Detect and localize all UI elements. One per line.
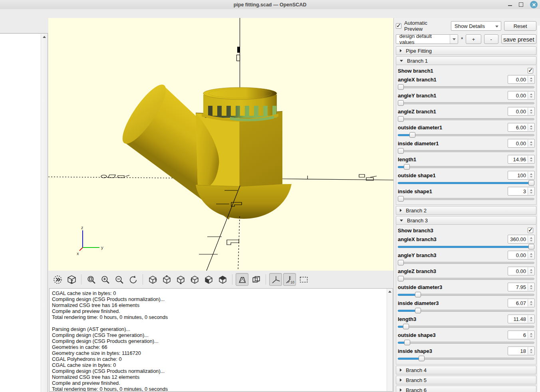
slider-inside-shape1[interactable] [398,196,534,202]
spinbox-arrows[interactable] [528,124,534,131]
spinbox-angley-branch1[interactable]: 0.00 [508,91,535,100]
view-all-icon[interactable] [297,273,310,286]
spinbox-anglez-branch3[interactable]: 0.00 [508,267,535,275]
slider-outside-diameter1[interactable] [398,132,534,138]
details-dropdown[interactable]: Show Details [451,21,501,31]
maximize-icon[interactable] [519,2,523,7]
slider-handle[interactable] [398,276,404,281]
view-top-icon[interactable] [160,273,173,286]
slider-handle[interactable] [403,324,409,329]
spinbox-arrows[interactable] [528,188,534,195]
slider-anglex-branch1[interactable] [398,84,534,90]
spin-up-icon[interactable] [530,109,532,111]
slider-handle[interactable] [398,100,404,106]
spinbox-arrows[interactable] [528,331,534,339]
automatic-preview-checkbox[interactable] [396,23,401,29]
spin-up-icon[interactable] [530,77,532,79]
spinbox-anglex-branch3[interactable]: 360.00 [508,235,535,244]
remove-preset-button[interactable]: - [484,34,498,44]
spinbox-arrows[interactable] [528,283,534,291]
spinbox-outside-shape3[interactable]: 6 [508,331,535,339]
reset-button[interactable]: Reset [504,21,536,31]
spinbox-arrows[interactable] [528,236,534,243]
spinbox-inside-shape1[interactable]: 3 [508,187,535,196]
spinbox-outside-shape1[interactable]: 100 [508,171,535,180]
group-header-branch-1[interactable]: Branch 1 [396,56,536,65]
spin-up-icon[interactable] [530,141,532,143]
group-header-branch-5[interactable]: Branch 5 [396,376,536,384]
spin-up-icon[interactable] [530,125,532,127]
slider-handle[interactable] [398,148,404,154]
spin-up-icon[interactable] [530,333,532,335]
spinbox-anglex-branch1[interactable]: 0.00 [508,75,535,84]
spin-down-icon[interactable] [530,304,532,305]
slider-anglez-branch1[interactable] [398,116,534,122]
spin-down-icon[interactable] [530,160,532,162]
spin-down-icon[interactable] [530,80,532,82]
show-scale-markers-icon[interactable]: 10 [283,273,296,286]
spinbox-arrows[interactable] [528,172,534,179]
spin-down-icon[interactable] [530,96,532,98]
spinbox-angley-branch3[interactable]: 0.00 [508,251,535,259]
show-axes-icon[interactable] [269,273,282,286]
spin-down-icon[interactable] [530,112,532,114]
slider-handle[interactable] [398,260,404,265]
spin-down-icon[interactable] [530,256,532,257]
slider-handle[interactable] [528,244,534,249]
slider-handle[interactable] [409,132,415,138]
spinbox-arrows[interactable] [528,92,534,99]
spin-up-icon[interactable] [530,301,532,303]
reset-view-icon[interactable] [127,273,139,286]
view-back-icon[interactable] [216,273,229,286]
slider-handle[interactable] [528,180,534,186]
spinbox-arrows[interactable] [528,251,534,259]
slider-angley-branch3[interactable] [398,260,534,266]
slider-anglex-branch3[interactable] [398,244,534,250]
slider-outside-diameter3[interactable] [398,292,534,298]
spinbox-arrows[interactable] [528,347,534,354]
spinbox-length3[interactable]: 11.48 [508,315,535,323]
view-left-icon[interactable] [188,273,201,286]
minimize-icon[interactable] [508,3,512,7]
spinbox-arrows[interactable] [528,299,534,307]
spin-down-icon[interactable] [530,144,532,146]
slider-inside-diameter3[interactable] [398,308,534,314]
spin-up-icon[interactable] [530,285,532,287]
checkbox-show-branch3[interactable] [528,228,533,233]
close-icon[interactable] [530,1,538,8]
slider-handle[interactable] [419,356,425,361]
slider-handle[interactable] [398,84,404,90]
spinbox-inside-diameter3[interactable]: 6.07 [508,299,535,307]
editor-scrollbar[interactable] [41,34,48,392]
slider-handle[interactable] [398,116,404,122]
slider-handle[interactable] [415,308,421,313]
spinbox-arrows[interactable] [528,315,534,323]
zoom-all-icon[interactable] [85,273,97,286]
spinbox-outside-diameter1[interactable]: 6.00 [508,123,535,132]
spinbox-anglez-branch1[interactable]: 0.00 [508,107,535,116]
group-header-branch-4[interactable]: Branch 4 [396,366,536,374]
zoom-out-icon[interactable] [113,273,125,286]
slider-length1[interactable] [398,164,534,170]
spin-up-icon[interactable] [530,349,532,350]
slider-angley-branch1[interactable] [398,100,534,106]
scroll-up-icon[interactable] [387,289,393,295]
spin-up-icon[interactable] [530,269,532,271]
spin-down-icon[interactable] [530,240,532,242]
spin-up-icon[interactable] [530,189,532,191]
spinbox-length1[interactable]: 14.96 [508,155,535,164]
slider-length3[interactable] [398,324,534,330]
spin-down-icon[interactable] [530,336,532,337]
slider-handle[interactable] [398,196,404,202]
view-bottom-icon[interactable] [174,273,187,286]
spin-up-icon[interactable] [530,317,532,319]
spin-down-icon[interactable] [530,176,532,178]
slider-outside-shape3[interactable] [398,340,534,346]
spin-up-icon[interactable] [530,237,532,239]
console-scrollbar[interactable] [387,289,393,391]
spinbox-inside-diameter1[interactable]: 0.00 [508,139,535,148]
preview-queue-icon[interactable] [51,273,64,286]
spinbox-arrows[interactable] [528,108,534,115]
save-preset-button[interactable]: save preset [501,34,536,44]
spin-down-icon[interactable] [530,320,532,321]
